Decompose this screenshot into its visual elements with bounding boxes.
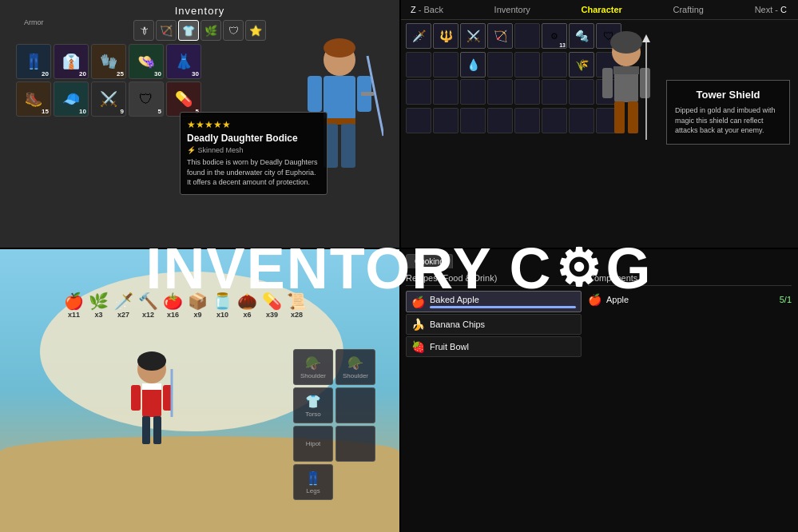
q2-slot-r2c7[interactable]: 🌾 <box>569 52 594 77</box>
inv-slot-9[interactable]: 🛡 5 <box>129 81 164 117</box>
q2-slot-r2c1[interactable] <box>406 52 431 77</box>
filter-label: Armor <box>24 18 44 26</box>
slot-count-6: 15 <box>42 108 49 115</box>
q2-slot-r3c2[interactable] <box>433 79 459 105</box>
q2-slot-r2c2[interactable] <box>433 52 459 77</box>
q2-slot-r4c7[interactable] <box>569 108 594 133</box>
nav-crafting[interactable]: Crafting <box>673 5 704 14</box>
filter-armor[interactable]: 👕 <box>178 20 199 41</box>
inv-slot-1[interactable]: 👖 20 <box>16 44 51 79</box>
svg-rect-15 <box>628 101 638 133</box>
q2-slot-r2c4[interactable] <box>487 52 513 77</box>
q2-slot-r4c2[interactable] <box>433 108 459 133</box>
apple-count: x11 <box>68 311 80 319</box>
inv-slot-7[interactable]: 🧢 10 <box>54 81 89 117</box>
recipe-baked-apple[interactable]: 🍎 Baked Apple <box>406 291 582 312</box>
q2-slot-r3c6[interactable] <box>542 79 567 105</box>
item-type-icon: ⚡ <box>187 146 196 154</box>
jar-count: x10 <box>216 311 228 319</box>
inv-slot-4[interactable]: 👒 30 <box>129 44 164 79</box>
q2-char-svg <box>594 28 658 172</box>
q2-slot-r4c3[interactable] <box>460 108 486 133</box>
item-name: Deadly Daughter Bodice <box>187 133 320 144</box>
nav-next[interactable]: Next - C <box>755 5 787 14</box>
inv-slot-5[interactable]: 👗 30 <box>166 44 201 79</box>
filter-shield[interactable]: 🛡 <box>223 20 244 41</box>
equip-shoulder-left[interactable]: 🪖 Shoulder <box>293 349 333 385</box>
q2-slot-r3c4[interactable] <box>487 79 513 105</box>
equip-empty2[interactable] <box>335 426 375 462</box>
q2-slot-sword1[interactable]: 🗡️ <box>406 23 431 49</box>
hammer-count: x12 <box>142 311 154 319</box>
slot-count-8: 9 <box>121 108 124 115</box>
slot-count-4: 30 <box>154 70 161 77</box>
next-key: C <box>780 5 787 14</box>
equip-torso[interactable]: 👕 Torso <box>293 387 333 423</box>
box-icon: 📦 <box>188 292 208 311</box>
legs-label: Legs <box>306 487 320 494</box>
svg-rect-16 <box>602 68 613 98</box>
q2-slot-r4c4[interactable] <box>487 108 513 133</box>
svg-rect-3 <box>324 118 355 125</box>
recipe-fruit-bowl[interactable]: 🍓 Fruit Bowl <box>406 336 582 357</box>
inv-slot-6[interactable]: 🥾 15 <box>16 81 51 117</box>
shoulder-left-icon: 🪖 <box>305 355 321 371</box>
nav-inventory[interactable]: Inventory <box>494 5 530 14</box>
q2-slot-r4c6[interactable] <box>542 108 567 133</box>
shoulder-right-icon: 🪖 <box>347 355 363 371</box>
shoulder-left-label: Shoulder <box>300 372 326 379</box>
q2-slot-potion[interactable]: 💧 <box>460 52 486 77</box>
q2-slot-gear[interactable]: ⚙13 <box>542 23 567 49</box>
q2-slot-r2c5[interactable] <box>514 52 540 77</box>
tab-cooking[interactable]: Cooking <box>406 254 453 268</box>
vertical-divider <box>399 0 401 532</box>
q2-slot-bolt[interactable]: 🔩 <box>569 23 594 49</box>
q2-slot-r4c1[interactable] <box>406 108 431 133</box>
q3-item-tomato: 🍅 x16 <box>163 292 183 319</box>
recipe-banana-chips[interactable]: 🍌 Banana Chips <box>406 314 582 335</box>
q2-slot-spear[interactable]: 🔱 <box>433 23 459 49</box>
nav-back[interactable]: Z - Back <box>411 5 443 14</box>
q2-slot-r3c7[interactable] <box>569 79 594 105</box>
slot-count-1: 20 <box>42 70 49 77</box>
svg-marker-19 <box>642 34 650 42</box>
filter-herbs[interactable]: 🌿 <box>200 20 221 41</box>
filter-star[interactable]: ⭐ <box>245 20 266 41</box>
equip-shoulder-right[interactable]: 🪖 Shoulder <box>335 349 375 385</box>
svg-rect-17 <box>640 68 650 98</box>
item-type: ⚡ Skinned Mesh <box>187 146 320 154</box>
equip-hip[interactable]: Hipot <box>293 426 333 462</box>
sword-q3-count: x27 <box>117 311 129 319</box>
item-tooltip: ★★★★★ Deadly Daughter Bodice ⚡ Skinned M… <box>180 112 328 195</box>
comp-apple-name: Apple <box>606 295 780 304</box>
inv-slot-3[interactable]: 🧤 25 <box>91 44 126 79</box>
q2-slot-r2c6[interactable] <box>542 52 567 77</box>
q2-slot-r3c3[interactable] <box>460 79 486 105</box>
item-description: This bodice is worn by Deadly Daughters … <box>187 157 320 188</box>
shoulder-right-label: Shoulder <box>343 372 368 379</box>
inv-slot-2[interactable]: 👔 20 <box>54 44 89 79</box>
svg-rect-13 <box>613 66 639 74</box>
inv-slot-8[interactable]: ⚔️ 9 <box>91 81 126 117</box>
filter-dagger[interactable]: 🗡 <box>133 20 154 41</box>
q2-slot-empty1[interactable] <box>514 23 540 49</box>
chestnut-icon: 🌰 <box>237 292 257 311</box>
scroll-icon: 📜 <box>287 292 307 311</box>
equip-legs[interactable]: 👖 Legs <box>293 464 333 500</box>
q4-panel: Cooking Recipes (Food & Drink) 🍎 Baked A… <box>399 248 798 532</box>
q3-panel: 🍎 x11 🌿 x3 🗡️ x27 🔨 x12 🍅 x16 📦 x9 <box>0 248 399 532</box>
next-label: Next - <box>755 5 780 14</box>
baked-apple-name: Baked Apple <box>430 295 576 304</box>
filter-bow[interactable]: 🏹 <box>156 20 177 41</box>
equip-slots: 🪖 Shoulder 🪖 Shoulder 👕 Torso Hipot 👖 Le… <box>293 349 375 500</box>
q2-slot-r3c1[interactable] <box>406 79 431 105</box>
q2-slot-sword2[interactable]: ⚔️ <box>460 23 486 49</box>
nav-character[interactable]: Character <box>581 5 621 14</box>
equip-empty1[interactable] <box>335 387 375 423</box>
q2-slot-r4c5[interactable] <box>514 108 540 133</box>
q2-slot-r3c5[interactable] <box>514 79 540 105</box>
shield-name: Tower Shield <box>675 89 781 101</box>
q2-slot-bow[interactable]: 🏹 <box>487 23 513 49</box>
slot-count-7: 10 <box>79 108 86 115</box>
pills-count: x39 <box>266 311 278 319</box>
